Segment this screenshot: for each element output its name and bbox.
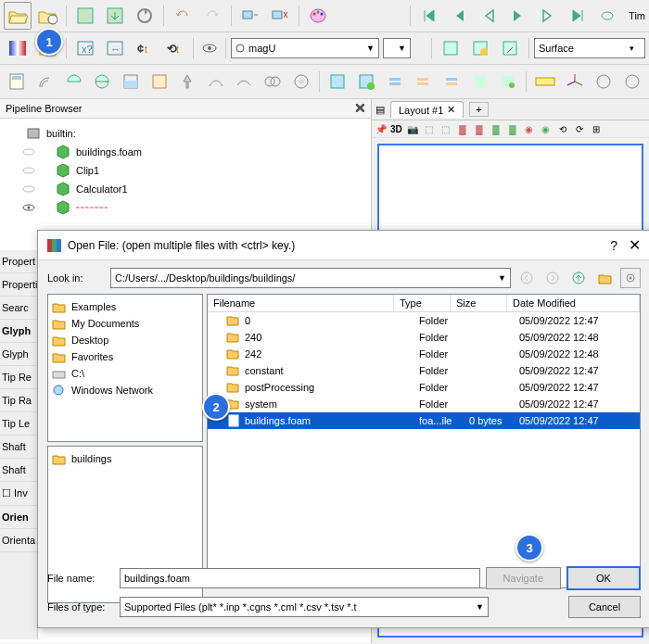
ico-1[interactable]: ▓ bbox=[456, 122, 469, 135]
col-size[interactable]: Size bbox=[451, 295, 507, 311]
selection-tool-2[interactable] bbox=[353, 68, 380, 95]
extract-selection-button[interactable] bbox=[437, 34, 464, 62]
file-row[interactable]: constantFolder05/09/2022 12:47 bbox=[208, 362, 640, 379]
camera-x-button[interactable] bbox=[591, 68, 617, 95]
axes-button[interactable] bbox=[562, 68, 589, 95]
file-name-input[interactable]: buildings.foam bbox=[120, 568, 480, 588]
nav-up-button[interactable] bbox=[568, 268, 589, 288]
ico-2[interactable]: ▓ bbox=[473, 122, 486, 135]
first-frame-button[interactable] bbox=[415, 2, 443, 30]
ico-8[interactable]: ⟳ bbox=[573, 122, 586, 135]
connect-button[interactable] bbox=[236, 2, 264, 30]
save-state-button[interactable] bbox=[71, 2, 99, 30]
visibility-button[interactable] bbox=[198, 37, 221, 59]
camera-y-button[interactable] bbox=[618, 68, 645, 95]
shortcut-cdrive[interactable]: C:\ bbox=[52, 365, 198, 382]
color-by-combo[interactable]: magU ▼ bbox=[231, 38, 379, 58]
shortcut-mydocs[interactable]: My Documents bbox=[52, 315, 198, 332]
shortcut-desktop[interactable]: Desktop bbox=[52, 332, 198, 348]
slice-filter-button[interactable] bbox=[89, 68, 116, 95]
selection-tool-1[interactable] bbox=[324, 68, 351, 95]
rescale-visible-button[interactable]: ¢t bbox=[131, 34, 159, 62]
open-button[interactable] bbox=[4, 2, 32, 30]
camera-icon[interactable]: 📷 bbox=[406, 122, 419, 135]
find-data-button[interactable] bbox=[496, 34, 524, 62]
navigate-button[interactable]: Navigate bbox=[486, 567, 561, 589]
nav-back-button[interactable] bbox=[516, 268, 537, 288]
reload-button[interactable] bbox=[131, 2, 159, 30]
rescale-custom-button[interactable]: ↔ bbox=[101, 34, 129, 62]
tree-item-selected[interactable] bbox=[0, 198, 371, 217]
eye-icon[interactable] bbox=[22, 164, 35, 177]
look-in-combo[interactable]: C:/Users/.../Desktop/buildings/buildings… bbox=[110, 268, 511, 288]
files-of-type-combo[interactable]: Supported Files (plt* *.inp *.cgns *.cml… bbox=[120, 597, 489, 617]
save-data-button[interactable] bbox=[101, 2, 129, 30]
tree-item-calc[interactable]: Calculator1 bbox=[0, 180, 371, 198]
warp-filter-button[interactable] bbox=[231, 68, 258, 95]
undo-button[interactable] bbox=[169, 2, 197, 30]
play-button[interactable] bbox=[504, 2, 532, 30]
ico-9[interactable]: ⊞ bbox=[590, 122, 603, 135]
add-tab-button[interactable]: + bbox=[469, 102, 488, 117]
shortcut-examples[interactable]: Examples bbox=[52, 298, 198, 315]
view-3d-label[interactable]: 3D bbox=[390, 124, 402, 134]
file-row[interactable]: buildings.foamfoa...ile0 bytes05/09/2022… bbox=[208, 412, 640, 429]
col-date[interactable]: Date Modified bbox=[507, 295, 640, 311]
ico-5[interactable]: ◉ bbox=[523, 122, 536, 135]
pipeline-close-icon[interactable]: 🗙 bbox=[354, 102, 365, 115]
rescale-temporal-button[interactable]: ⟲t bbox=[160, 34, 188, 62]
eye-icon[interactable] bbox=[22, 145, 35, 158]
freeze-selection-button[interactable] bbox=[466, 34, 494, 62]
rescale-button[interactable]: x? bbox=[71, 34, 99, 62]
component-combo[interactable]: ▼ bbox=[383, 38, 411, 58]
eye-icon[interactable] bbox=[22, 183, 35, 196]
shortcut-network[interactable]: Windows Network bbox=[52, 382, 198, 398]
ico-3[interactable]: ▓ bbox=[490, 122, 503, 135]
color-map-button[interactable] bbox=[4, 34, 32, 62]
hover-tool-3[interactable] bbox=[439, 68, 465, 95]
extract-filter-button[interactable] bbox=[146, 68, 172, 95]
layout-menu-icon[interactable]: ▤ bbox=[375, 104, 385, 116]
ico-4[interactable]: ▓ bbox=[506, 122, 519, 135]
hover-tool-1[interactable] bbox=[381, 68, 408, 95]
settings-button[interactable] bbox=[620, 268, 641, 288]
play-back-button[interactable] bbox=[475, 2, 503, 30]
help-button[interactable]: ? bbox=[610, 238, 617, 253]
extract-group-button[interactable] bbox=[287, 68, 314, 95]
close-button[interactable]: ✕ bbox=[629, 236, 641, 254]
col-type[interactable]: Type bbox=[394, 295, 451, 311]
shortcuts-list[interactable]: Examples My Documents Desktop Favorites … bbox=[47, 294, 203, 442]
disconnect-button[interactable] bbox=[266, 2, 294, 30]
tree-item-clip[interactable]: Clip1 bbox=[0, 161, 371, 180]
cancel-button[interactable]: Cancel bbox=[568, 596, 641, 618]
open-recent-button[interactable] bbox=[33, 2, 61, 30]
clip-filter-button[interactable] bbox=[60, 68, 87, 95]
nav-forward-button[interactable] bbox=[542, 268, 563, 288]
file-row[interactable]: 0Folder05/09/2022 12:47 bbox=[208, 312, 640, 329]
pin-icon[interactable]: 📌 bbox=[375, 124, 387, 134]
prev-frame-button[interactable] bbox=[445, 2, 473, 30]
loop-button[interactable] bbox=[593, 2, 621, 30]
recent-item[interactable]: buildings bbox=[52, 450, 198, 467]
ok-button[interactable]: OK bbox=[566, 566, 641, 590]
load-palette-button[interactable] bbox=[304, 2, 332, 30]
reset-icon[interactable]: ⬚ bbox=[423, 122, 436, 135]
file-row[interactable]: postProcessingFolder05/09/2022 12:47 bbox=[208, 379, 640, 396]
hover-tool-4[interactable] bbox=[466, 68, 493, 95]
group-filter-button[interactable] bbox=[260, 68, 286, 95]
zoom-icon[interactable]: ⬚ bbox=[439, 122, 452, 135]
file-row[interactable]: 242Folder05/09/2022 12:48 bbox=[208, 346, 640, 362]
redo-button[interactable] bbox=[198, 2, 226, 30]
col-filename[interactable]: Filename bbox=[208, 295, 394, 311]
glyph-filter-button[interactable] bbox=[174, 68, 201, 95]
new-folder-button[interactable] bbox=[594, 268, 615, 288]
tab-close-icon[interactable]: ✕ bbox=[447, 104, 455, 116]
tree-item-foam[interactable]: buildings.foam bbox=[0, 143, 371, 161]
ico-6[interactable]: ◉ bbox=[540, 122, 553, 135]
tree-item-builtin[interactable]: builtin: bbox=[0, 124, 371, 143]
hover-tool-2[interactable] bbox=[410, 68, 437, 95]
ruler-button[interactable] bbox=[531, 68, 558, 95]
contour-filter-button[interactable] bbox=[32, 68, 59, 95]
shortcut-favorites[interactable]: Favorites bbox=[52, 348, 198, 365]
ico-7[interactable]: ⟲ bbox=[556, 122, 569, 135]
